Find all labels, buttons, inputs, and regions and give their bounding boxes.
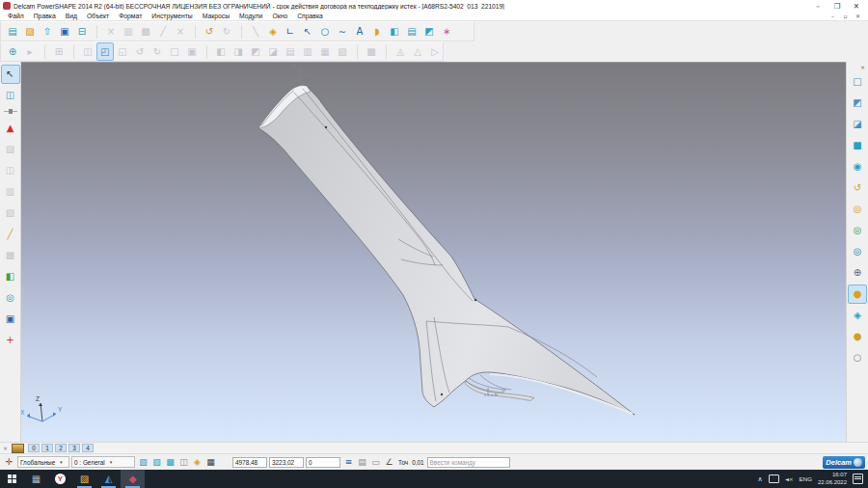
menu-file[interactable]: Файл [3, 13, 29, 19]
new-model-button[interactable]: ▤ [4, 22, 21, 41]
model-fix-tool-button[interactable]: + [1, 331, 20, 350]
generic-app-taskbar-button[interactable]: ▦ [24, 470, 48, 488]
view-undo-button[interactable]: ↺ [848, 178, 867, 198]
command-input[interactable]: Ввести команду [427, 457, 510, 468]
levels-icon[interactable] [12, 444, 24, 453]
views-toolbar-close-icon[interactable]: × [860, 64, 865, 70]
menu-tools[interactable]: Инструменты [147, 13, 197, 19]
move-rotate-button[interactable]: ◈ [264, 22, 282, 41]
draft-check-button[interactable]: ▧ [1, 203, 20, 223]
tool-options-button[interactable]: ∠ [383, 456, 395, 469]
menu-help[interactable]: Справка [292, 13, 328, 19]
menu-window[interactable]: Окно [267, 13, 292, 19]
select-solid-button[interactable]: ◫ [79, 42, 96, 61]
create-circle-button[interactable]: ○ [316, 22, 334, 41]
level-tab-2[interactable]: 2 [55, 444, 67, 452]
create-arrow-button[interactable]: ↖ [299, 22, 316, 41]
solid-add-button[interactable]: ⊞ [50, 42, 68, 61]
file-explorer-taskbar-button[interactable]: ▨ [72, 470, 96, 488]
tolerance-value[interactable]: 0,01 [412, 459, 423, 466]
menu-view[interactable]: Вид [61, 13, 82, 19]
level-tab-3[interactable]: 3 [68, 444, 80, 452]
clipboard-c-button[interactable]: ▩ [164, 456, 176, 469]
select-active-solid-button[interactable]: ◰ [96, 42, 114, 61]
calculator-button[interactable]: ▤ [356, 456, 368, 469]
shading-mode-button[interactable]: ● [848, 327, 867, 346]
paste-button[interactable]: ▩ [137, 22, 154, 41]
volume-muted-icon[interactable]: ◄× [785, 476, 794, 482]
view-iso-shaded-button[interactable]: ● [848, 285, 867, 304]
create-feature-button[interactable]: ▤ [403, 22, 420, 41]
clipboard-b-button[interactable]: ▨ [150, 456, 163, 469]
levels-close-icon[interactable]: × [3, 445, 8, 451]
rotate-right-button[interactable]: ↻ [149, 42, 166, 61]
view-wireframe-button[interactable]: □ [848, 72, 867, 92]
zoom-out-button[interactable]: ◎ [848, 221, 867, 240]
menu-macros[interactable]: Макросы [198, 13, 234, 19]
select-tool-button[interactable]: ↖ [1, 65, 20, 84]
limit-selection-button[interactable]: ▣ [183, 42, 201, 61]
copy-button[interactable]: ▥ [120, 22, 137, 41]
boolean-intersect-button[interactable]: ◩ [247, 42, 264, 61]
language-indicator[interactable]: ENG [800, 475, 812, 482]
coordinate-z-field[interactable]: 0 [306, 457, 340, 468]
boolean-subtract-button[interactable]: ◨ [230, 42, 247, 61]
zoom-in-button[interactable]: ◎ [848, 200, 867, 219]
start-button[interactable] [0, 470, 24, 488]
model-viewport[interactable]: Z Y Y Z X Y [21, 62, 846, 442]
blend-tool-button[interactable]: ╱ [1, 225, 20, 244]
model-doctor-warning-button[interactable]: ▲ [1, 119, 20, 138]
create-curve-button[interactable]: ∼ [334, 22, 351, 41]
save-increment-button[interactable]: ⇧ [39, 22, 56, 41]
view-shaded-wire-button[interactable]: ◪ [848, 115, 867, 134]
coordinate-x-field[interactable]: 4978,48 [232, 457, 267, 468]
wcs-select[interactable]: Глобальные ▼ [17, 456, 69, 468]
flag-button[interactable]: ▸ [21, 42, 39, 61]
child-close-button[interactable]: ✕ [852, 13, 864, 20]
shading-tool-button[interactable]: ◧ [1, 267, 20, 286]
boolean-union-button[interactable]: ◧ [212, 42, 230, 61]
magnify-tool-button[interactable]: ◎ [1, 288, 20, 308]
redo-button[interactable]: ↻ [218, 22, 235, 41]
menu-format[interactable]: Формат [114, 13, 147, 19]
view-direction-button[interactable]: ◈ [848, 306, 867, 325]
limit-box-button[interactable]: □ [166, 42, 183, 61]
view-camera-button[interactable]: ◉ [848, 157, 867, 176]
smoothing-tool-button[interactable]: ▩ [1, 246, 20, 265]
restore-button[interactable]: ❐ [827, 1, 847, 12]
level-tab-1[interactable]: 1 [41, 444, 53, 452]
keyboard-input-button[interactable]: ▭ [369, 456, 382, 469]
create-solid-button[interactable]: ◧ [386, 22, 403, 41]
open-model-button[interactable]: ▨ [21, 22, 39, 41]
clipboard-d-button[interactable]: ◫ [177, 456, 190, 469]
clipboard-a-button[interactable]: ▧ [137, 456, 149, 469]
delete-button[interactable]: × [172, 22, 189, 41]
pattern-button[interactable]: ▩ [363, 42, 380, 61]
lighting-options-button[interactable]: ○ [848, 348, 867, 367]
trim-solid-button[interactable]: △ [409, 42, 426, 61]
quick-select-button[interactable]: ◫ [1, 86, 20, 105]
zoom-box-button[interactable]: ◎ [848, 242, 867, 261]
clock[interactable]: 16:07 22.06.2022 [818, 472, 847, 485]
extend-solid-button[interactable]: ▷ [426, 42, 444, 61]
create-surface-button[interactable]: ◗ [368, 22, 386, 41]
shell-button[interactable]: ▥ [299, 42, 316, 61]
cut-button[interactable]: × [102, 22, 120, 41]
coordinate-y-field[interactable]: 3223,02 [269, 457, 304, 468]
edit-item-button[interactable]: ╲ [247, 22, 264, 41]
save-button[interactable]: ▣ [56, 22, 73, 41]
menu-object[interactable]: Объект [82, 13, 114, 19]
tray-chevron-icon[interactable]: ∧ [758, 475, 763, 483]
create-line-button[interactable]: ∟ [282, 22, 299, 41]
curvature-check-button[interactable]: ▥ [1, 182, 20, 202]
select-surface-button[interactable]: ◱ [114, 42, 131, 61]
view-hidden-line-button[interactable]: ◩ [848, 94, 867, 113]
create-text-button[interactable]: A [351, 22, 368, 41]
model-surface[interactable] [258, 86, 635, 416]
notification-center-icon[interactable] [853, 474, 863, 484]
surface-analysis-button[interactable]: ◫ [1, 161, 20, 180]
solids-tool-button[interactable]: ▣ [1, 310, 20, 329]
view-shaded-button[interactable]: ■ [848, 136, 867, 155]
undo-button[interactable]: ↺ [201, 22, 218, 41]
surface-compare-button[interactable]: ▨ [1, 140, 20, 159]
